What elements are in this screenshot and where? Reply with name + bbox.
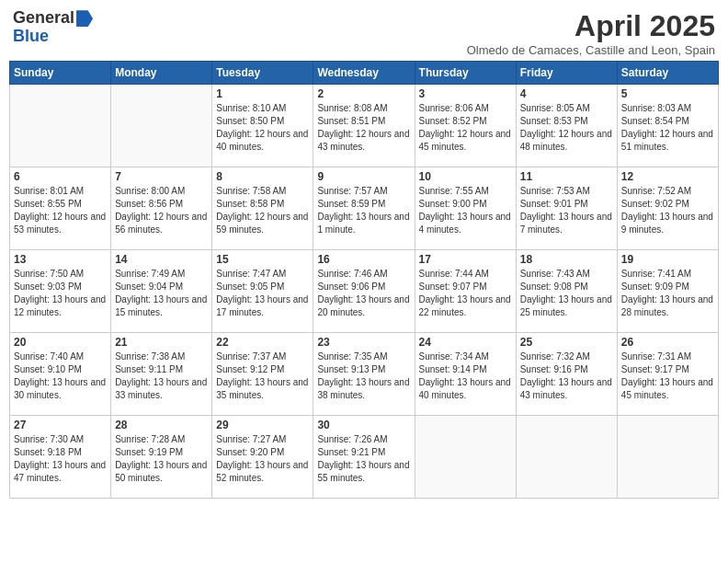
day-info: Sunrise: 8:00 AMSunset: 8:56 PMDaylight:… bbox=[115, 185, 208, 236]
day-header-friday: Friday bbox=[516, 62, 617, 85]
day-number: 12 bbox=[621, 170, 714, 183]
week-row-4: 20Sunrise: 7:40 AMSunset: 9:10 PMDayligh… bbox=[10, 333, 719, 416]
day-info: Sunrise: 8:05 AMSunset: 8:53 PMDaylight:… bbox=[520, 102, 613, 154]
title-area: April 2025 Olmedo de Camaces, Castille a… bbox=[467, 9, 715, 57]
day-cell: 1Sunrise: 8:10 AMSunset: 8:50 PMDaylight… bbox=[212, 85, 313, 167]
day-cell: 11Sunrise: 7:53 AMSunset: 9:01 PMDayligh… bbox=[516, 167, 617, 250]
day-cell: 6Sunrise: 8:01 AMSunset: 8:55 PMDaylight… bbox=[10, 167, 111, 250]
day-info: Sunrise: 7:37 AMSunset: 9:12 PMDaylight:… bbox=[216, 350, 309, 402]
day-header-wednesday: Wednesday bbox=[313, 62, 415, 85]
header: General Blue April 2025 Olmedo de Camace… bbox=[9, 9, 719, 57]
day-cell: 18Sunrise: 7:43 AMSunset: 9:08 PMDayligh… bbox=[516, 250, 617, 333]
day-info: Sunrise: 8:10 AMSunset: 8:50 PMDaylight:… bbox=[216, 102, 309, 154]
day-cell bbox=[111, 85, 212, 167]
day-number: 10 bbox=[419, 170, 512, 183]
day-info: Sunrise: 7:30 AMSunset: 9:18 PMDaylight:… bbox=[14, 433, 107, 485]
day-cell: 29Sunrise: 7:27 AMSunset: 9:20 PMDayligh… bbox=[212, 416, 313, 499]
subtitle: Olmedo de Camaces, Castille and Leon, Sp… bbox=[467, 43, 715, 57]
day-header-sunday: Sunday bbox=[10, 62, 111, 85]
day-cell: 7Sunrise: 8:00 AMSunset: 8:56 PMDaylight… bbox=[111, 167, 212, 250]
day-number: 1 bbox=[216, 87, 309, 100]
day-header-thursday: Thursday bbox=[415, 62, 516, 85]
day-info: Sunrise: 7:52 AMSunset: 9:02 PMDaylight:… bbox=[621, 185, 714, 236]
day-number: 19 bbox=[621, 253, 714, 266]
day-info: Sunrise: 7:40 AMSunset: 9:10 PMDaylight:… bbox=[14, 350, 107, 402]
day-cell: 5Sunrise: 8:03 AMSunset: 8:54 PMDaylight… bbox=[617, 85, 718, 167]
day-info: Sunrise: 8:08 AMSunset: 8:51 PMDaylight:… bbox=[317, 102, 410, 154]
day-info: Sunrise: 7:43 AMSunset: 9:08 PMDaylight:… bbox=[520, 268, 613, 319]
day-cell: 15Sunrise: 7:47 AMSunset: 9:05 PMDayligh… bbox=[212, 250, 313, 333]
logo-icon bbox=[76, 10, 93, 27]
day-headers: SundayMondayTuesdayWednesdayThursdayFrid… bbox=[10, 62, 719, 85]
month-title: April 2025 bbox=[467, 9, 715, 43]
day-info: Sunrise: 7:31 AMSunset: 9:17 PMDaylight:… bbox=[621, 350, 714, 402]
day-info: Sunrise: 7:55 AMSunset: 9:00 PMDaylight:… bbox=[419, 185, 512, 236]
day-number: 29 bbox=[216, 419, 309, 431]
day-info: Sunrise: 7:58 AMSunset: 8:58 PMDaylight:… bbox=[216, 185, 309, 236]
day-info: Sunrise: 7:32 AMSunset: 9:16 PMDaylight:… bbox=[520, 350, 613, 402]
day-number: 22 bbox=[216, 336, 309, 349]
day-number: 6 bbox=[14, 170, 107, 183]
day-number: 23 bbox=[317, 336, 410, 349]
day-number: 24 bbox=[419, 336, 512, 349]
day-cell: 22Sunrise: 7:37 AMSunset: 9:12 PMDayligh… bbox=[212, 333, 313, 416]
day-cell: 24Sunrise: 7:34 AMSunset: 9:14 PMDayligh… bbox=[415, 333, 516, 416]
day-number: 7 bbox=[115, 170, 208, 183]
day-cell: 27Sunrise: 7:30 AMSunset: 9:18 PMDayligh… bbox=[10, 416, 111, 499]
day-number: 8 bbox=[216, 170, 309, 183]
day-cell: 17Sunrise: 7:44 AMSunset: 9:07 PMDayligh… bbox=[415, 250, 516, 333]
day-cell: 25Sunrise: 7:32 AMSunset: 9:16 PMDayligh… bbox=[516, 333, 617, 416]
day-info: Sunrise: 8:03 AMSunset: 8:54 PMDaylight:… bbox=[621, 102, 714, 154]
day-info: Sunrise: 7:46 AMSunset: 9:06 PMDaylight:… bbox=[317, 268, 410, 319]
day-cell: 14Sunrise: 7:49 AMSunset: 9:04 PMDayligh… bbox=[111, 250, 212, 333]
day-cell bbox=[415, 416, 516, 499]
day-number: 28 bbox=[115, 419, 208, 431]
day-cell: 4Sunrise: 8:05 AMSunset: 8:53 PMDaylight… bbox=[516, 85, 617, 167]
day-cell: 2Sunrise: 8:08 AMSunset: 8:51 PMDaylight… bbox=[313, 85, 415, 167]
day-header-monday: Monday bbox=[111, 62, 212, 85]
logo-general-text: General bbox=[13, 9, 93, 28]
day-number: 3 bbox=[419, 87, 512, 100]
day-cell: 20Sunrise: 7:40 AMSunset: 9:10 PMDayligh… bbox=[10, 333, 111, 416]
day-number: 4 bbox=[520, 87, 613, 100]
logo-blue-text: Blue bbox=[13, 28, 93, 46]
week-row-5: 27Sunrise: 7:30 AMSunset: 9:18 PMDayligh… bbox=[10, 416, 719, 499]
day-number: 16 bbox=[317, 253, 410, 266]
day-cell: 12Sunrise: 7:52 AMSunset: 9:02 PMDayligh… bbox=[617, 167, 718, 250]
day-info: Sunrise: 7:53 AMSunset: 9:01 PMDaylight:… bbox=[520, 185, 613, 236]
day-cell: 3Sunrise: 8:06 AMSunset: 8:52 PMDaylight… bbox=[415, 85, 516, 167]
week-row-1: 1Sunrise: 8:10 AMSunset: 8:50 PMDaylight… bbox=[10, 85, 719, 167]
day-info: Sunrise: 7:27 AMSunset: 9:20 PMDaylight:… bbox=[216, 433, 309, 485]
day-number: 27 bbox=[14, 419, 107, 431]
day-number: 26 bbox=[621, 336, 714, 349]
day-info: Sunrise: 7:47 AMSunset: 9:05 PMDaylight:… bbox=[216, 268, 309, 319]
day-cell bbox=[617, 416, 718, 499]
day-info: Sunrise: 7:57 AMSunset: 8:59 PMDaylight:… bbox=[317, 185, 410, 236]
day-cell: 21Sunrise: 7:38 AMSunset: 9:11 PMDayligh… bbox=[111, 333, 212, 416]
day-cell: 26Sunrise: 7:31 AMSunset: 9:17 PMDayligh… bbox=[617, 333, 718, 416]
day-header-tuesday: Tuesday bbox=[212, 62, 313, 85]
day-number: 30 bbox=[317, 419, 410, 431]
day-number: 18 bbox=[520, 253, 613, 266]
day-info: Sunrise: 7:49 AMSunset: 9:04 PMDaylight:… bbox=[115, 268, 208, 319]
day-info: Sunrise: 7:26 AMSunset: 9:21 PMDaylight:… bbox=[317, 433, 410, 485]
day-cell: 9Sunrise: 7:57 AMSunset: 8:59 PMDaylight… bbox=[313, 167, 415, 250]
day-number: 2 bbox=[317, 87, 410, 100]
day-cell: 23Sunrise: 7:35 AMSunset: 9:13 PMDayligh… bbox=[313, 333, 415, 416]
day-info: Sunrise: 7:50 AMSunset: 9:03 PMDaylight:… bbox=[14, 268, 107, 319]
day-number: 9 bbox=[317, 170, 410, 183]
day-info: Sunrise: 7:44 AMSunset: 9:07 PMDaylight:… bbox=[419, 268, 512, 319]
day-number: 11 bbox=[520, 170, 613, 183]
calendar: SundayMondayTuesdayWednesdayThursdayFrid… bbox=[9, 61, 719, 499]
day-info: Sunrise: 7:41 AMSunset: 9:09 PMDaylight:… bbox=[621, 268, 714, 319]
day-info: Sunrise: 7:35 AMSunset: 9:13 PMDaylight:… bbox=[317, 350, 410, 402]
day-number: 5 bbox=[621, 87, 714, 100]
day-cell: 19Sunrise: 7:41 AMSunset: 9:09 PMDayligh… bbox=[617, 250, 718, 333]
day-info: Sunrise: 8:06 AMSunset: 8:52 PMDaylight:… bbox=[419, 102, 512, 154]
day-cell: 10Sunrise: 7:55 AMSunset: 9:00 PMDayligh… bbox=[415, 167, 516, 250]
day-info: Sunrise: 7:28 AMSunset: 9:19 PMDaylight:… bbox=[115, 433, 208, 485]
day-number: 20 bbox=[14, 336, 107, 349]
day-number: 13 bbox=[14, 253, 107, 266]
week-row-3: 13Sunrise: 7:50 AMSunset: 9:03 PMDayligh… bbox=[10, 250, 719, 333]
day-number: 14 bbox=[115, 253, 208, 266]
